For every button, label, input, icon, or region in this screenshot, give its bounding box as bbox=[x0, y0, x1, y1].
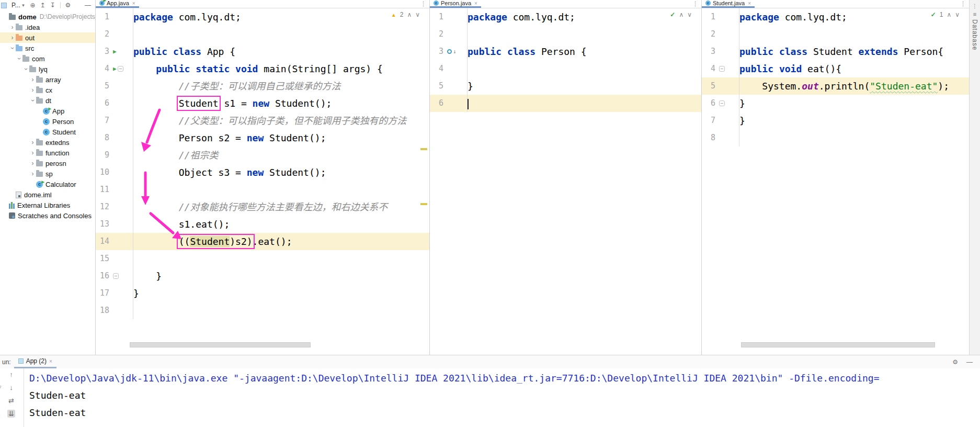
code-line-6[interactable]: 6 Student s1 = new Student(); bbox=[96, 95, 429, 112]
horizontal-scrollbar[interactable] bbox=[741, 342, 935, 347]
code-line-1[interactable]: 1package com.lyq.dt; bbox=[702, 8, 969, 26]
chevron-closed-icon[interactable]: › bbox=[29, 160, 36, 167]
tree-row-app[interactable]: cApp bbox=[0, 106, 95, 116]
next-problem-icon[interactable]: ∨ bbox=[687, 11, 692, 18]
warning-stripe-tick[interactable] bbox=[420, 148, 427, 150]
tree-row-student[interactable]: cStudent bbox=[0, 127, 95, 137]
editor-content-person[interactable]: 1package com.lyq.dt;23↓public class Pers… bbox=[430, 8, 701, 112]
scroll-up-icon[interactable]: ↑ bbox=[9, 370, 13, 378]
prev-problem-icon[interactable]: ∧ bbox=[407, 11, 412, 18]
chevron-closed-icon[interactable]: › bbox=[29, 76, 36, 83]
tree-row-calculator[interactable]: cCalculator bbox=[0, 179, 95, 189]
code-line-13[interactable]: 13 s1.eat(); bbox=[96, 216, 429, 233]
overridden-gutter-icon[interactable] bbox=[447, 49, 452, 54]
code-line-5[interactable]: 5 //子类型：可以调用自己或继承的方法 bbox=[96, 77, 429, 95]
code-line-15[interactable]: 15 bbox=[96, 250, 429, 267]
project-view-selector[interactable]: P...▼ bbox=[12, 2, 25, 9]
inspections-widget[interactable]: ✓∧∨ bbox=[670, 11, 692, 18]
chevron-closed-icon[interactable]: › bbox=[29, 139, 36, 146]
code-line-6[interactable]: 6} bbox=[702, 95, 969, 112]
tree-row-com[interactable]: ›com bbox=[0, 53, 95, 64]
fold-marker-icon[interactable] bbox=[719, 66, 725, 72]
close-icon[interactable]: × bbox=[132, 1, 135, 6]
prev-problem-icon[interactable]: ∧ bbox=[947, 11, 951, 18]
tab-app-java[interactable]: c App.java × bbox=[96, 0, 139, 8]
next-problem-icon[interactable]: ∨ bbox=[955, 11, 960, 18]
gear-icon[interactable]: ⚙ bbox=[952, 358, 958, 366]
tab-person-java[interactable]: c Person.java × bbox=[430, 0, 481, 8]
code-line-9[interactable]: 9 //祖宗类 bbox=[96, 147, 429, 164]
inspections-widget[interactable]: ▲2∧∨ bbox=[391, 11, 420, 18]
code-line-3[interactable]: 3▶public class App { bbox=[96, 43, 429, 60]
chevron-open-icon[interactable]: › bbox=[29, 97, 37, 104]
chevron-open-icon[interactable]: › bbox=[16, 55, 23, 62]
tree-row-dome-iml[interactable]: dome.iml bbox=[0, 189, 95, 200]
fold-marker-icon[interactable] bbox=[113, 273, 119, 279]
chevron-closed-icon[interactable]: › bbox=[29, 170, 36, 177]
tree-row-dt[interactable]: ›dt bbox=[0, 95, 95, 106]
close-icon[interactable]: × bbox=[474, 1, 477, 6]
tree-row-person[interactable]: cPerson bbox=[0, 116, 95, 127]
code-line-1[interactable]: 1package com.lyq.dt; bbox=[96, 8, 429, 26]
collapse-all-icon[interactable]: ↧ bbox=[50, 2, 55, 9]
code-line-2[interactable]: 2 bbox=[430, 26, 701, 43]
kebab-menu-icon[interactable]: ⋮ bbox=[957, 0, 969, 8]
soft-wrap-icon[interactable]: ⇄ bbox=[8, 397, 14, 404]
kebab-menu-icon[interactable]: ⋮ bbox=[417, 0, 429, 8]
chevron-open-icon[interactable]: › bbox=[9, 45, 16, 52]
expand-all-icon[interactable]: ↥ bbox=[40, 2, 45, 9]
tree-row-extedns[interactable]: ›extedns bbox=[0, 137, 95, 148]
code-line-16[interactable]: 16 } bbox=[96, 267, 429, 285]
chevron-open-icon[interactable]: › bbox=[22, 66, 30, 73]
inspections-widget[interactable]: ✓1∧∨ bbox=[931, 11, 960, 18]
tab-student-java[interactable]: c Student.java × bbox=[702, 0, 755, 8]
code-line-4[interactable]: 4public void eat(){ bbox=[702, 60, 969, 77]
tree-row--idea[interactable]: ›.idea bbox=[0, 22, 95, 32]
code-line-18[interactable]: 18 bbox=[96, 302, 429, 319]
tree-row-array[interactable]: ›array bbox=[0, 74, 95, 85]
chevron-closed-icon[interactable]: › bbox=[9, 34, 16, 41]
console-output[interactable]: D:\Develop\Java\jdk-11\bin\java.exe "-ja… bbox=[29, 368, 980, 421]
code-line-4[interactable]: 4 bbox=[430, 60, 701, 77]
chevron-closed-icon[interactable]: › bbox=[9, 24, 16, 31]
chevron-closed-icon[interactable]: › bbox=[29, 86, 36, 94]
tree-row-src[interactable]: ›src bbox=[0, 43, 95, 53]
code-line-7[interactable]: 7 //父类型：可以指向子类，但不能调用子类独有的方法 bbox=[96, 112, 429, 129]
warning-stripe-tick[interactable] bbox=[420, 203, 427, 205]
code-line-12[interactable]: 12 //对象能执行哪些方法主要看左边，和右边关系不 bbox=[96, 198, 429, 216]
code-line-8[interactable]: 8 Person s2 = new Student(); bbox=[96, 129, 429, 147]
fold-marker-icon[interactable] bbox=[118, 66, 123, 72]
code-line-6[interactable]: 6 bbox=[430, 95, 701, 112]
gear-icon[interactable]: ⚙ bbox=[65, 2, 71, 9]
tree-row-out[interactable]: ›out bbox=[0, 32, 95, 43]
code-line-2[interactable]: 2 bbox=[96, 26, 429, 43]
tree-row-dome[interactable]: domeD:\Develop\Projects bbox=[0, 12, 95, 22]
code-line-17[interactable]: 17} bbox=[96, 285, 429, 302]
run-gutter-icon[interactable]: ▶ bbox=[113, 49, 117, 54]
console-tab-app2[interactable]: App (2) × bbox=[14, 355, 56, 368]
prev-problem-icon[interactable]: ∧ bbox=[679, 11, 683, 18]
hide-panel-icon[interactable]: — bbox=[85, 2, 91, 9]
fold-marker-icon[interactable] bbox=[719, 100, 725, 106]
close-icon[interactable]: × bbox=[49, 358, 52, 364]
scroll-down-icon[interactable]: ↓ bbox=[9, 384, 13, 391]
tree-row-cx[interactable]: ›cx bbox=[0, 85, 95, 95]
chevron-closed-icon[interactable]: › bbox=[29, 149, 36, 156]
code-line-7[interactable]: 7} bbox=[702, 112, 969, 129]
locate-icon[interactable]: ⊕ bbox=[30, 2, 35, 9]
scroll-to-end-icon[interactable]: ⇊ bbox=[7, 410, 15, 418]
code-line-10[interactable]: 10 Object s3 = new Student(); bbox=[96, 164, 429, 181]
tree-row-perosn[interactable]: ›perosn bbox=[0, 158, 95, 168]
code-line-5[interactable]: 5} bbox=[430, 77, 701, 95]
code-line-11[interactable]: 11 bbox=[96, 181, 429, 198]
kebab-menu-icon[interactable]: ⋮ bbox=[972, 3, 977, 9]
tree-row-sp[interactable]: ›sp bbox=[0, 168, 95, 179]
database-tool-button[interactable]: Database bbox=[971, 19, 978, 50]
next-problem-icon[interactable]: ∨ bbox=[415, 11, 420, 18]
code-line-14[interactable]: 14 ((Student)s2).eat(); bbox=[96, 233, 429, 250]
editor-content-app[interactable]: 1package com.lyq.dt;23▶public class App … bbox=[96, 8, 429, 319]
code-line-3[interactable]: 3public class Student extends Person{ bbox=[702, 43, 969, 60]
tree-row-lyq[interactable]: ›lyq bbox=[0, 64, 95, 74]
tree-row-external-libraries[interactable]: External Libraries bbox=[0, 200, 95, 210]
close-icon[interactable]: × bbox=[748, 1, 751, 6]
